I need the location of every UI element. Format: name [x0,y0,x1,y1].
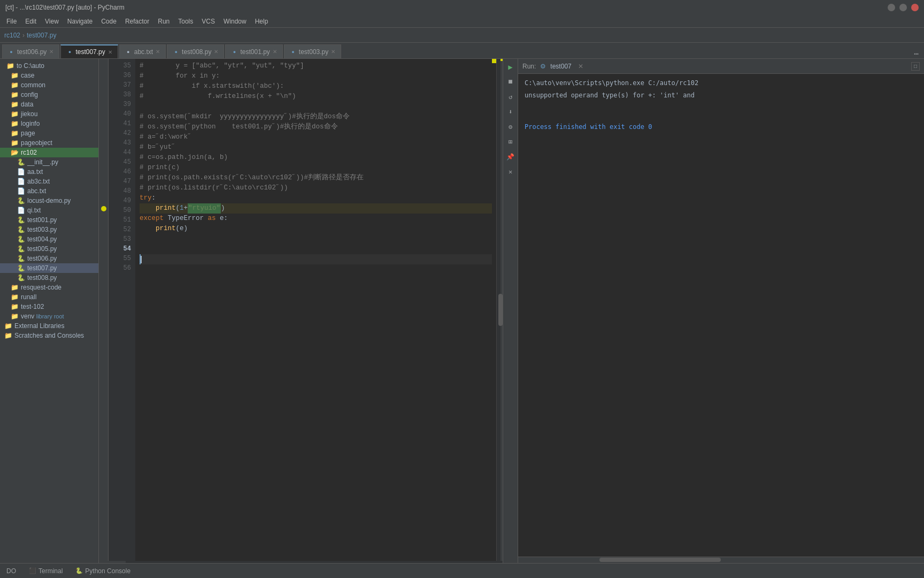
code-line-44: # c=os.path.join(a, b) [140,153,492,163]
tab-close[interactable]: ✕ [156,49,160,55]
tab-label: DO [6,567,16,575]
txt-icon: ● [125,49,132,55]
sidebar-item-test006[interactable]: 🐍 test006.py [0,254,98,263]
folder-icon: 📁 [11,139,19,147]
tab-close[interactable]: ✕ [331,49,335,55]
sidebar-item-pageobject[interactable]: 📁 pageobject [0,138,98,148]
sidebar-item-test102[interactable]: 📁 test-102 [0,302,98,311]
menu-refactor[interactable]: Refactor [121,17,153,26]
tab-overflow-icon[interactable]: ⋯ [914,49,919,58]
sidebar-item-test003[interactable]: 🐍 test003.py [0,225,98,234]
folder-icon: 📁 [11,72,19,79]
menu-edit[interactable]: Edit [21,17,41,26]
sidebar-label: common [21,81,45,89]
menu-help[interactable]: Help [251,17,273,26]
sidebar-item-case[interactable]: 📁 case [0,71,98,80]
tab-test008[interactable]: ● test008.py ✕ [167,44,224,58]
sidebar-item-ab3ctxt[interactable]: 📄 ab3c.txt [0,177,98,186]
sidebar-item-locustdemo[interactable]: 🐍 locust-demo.py [0,196,98,206]
code-line-35: # y = ["abc", "ytr", "yut", "tyy"] [140,61,492,71]
menu-window[interactable]: Window [219,17,251,26]
breadcrumb-rc102[interactable]: rc102 [4,32,20,39]
sidebar-item-resquest[interactable]: 📁 resquest-code [0,283,98,292]
tab-test006[interactable]: ● test006.py ✕ [2,44,59,58]
code-line-43: # b=˝yut˝ [140,142,492,153]
run-output: C:\auto\venv\Scripts\python.exe C:/auto/… [518,74,924,557]
menu-navigate[interactable]: Navigate [63,17,97,26]
sidebar-item-config[interactable]: 📁 config [0,90,98,100]
py-file-icon: 🐍 [17,255,25,262]
close-button[interactable] [911,4,919,11]
menu-code[interactable]: Code [97,17,121,26]
sidebar-item-to[interactable]: 📁 to C:\auto [0,61,98,71]
sidebar-item-jiekou[interactable]: 📁 jiekou [0,109,98,119]
layout-icon[interactable]: ⊞ [505,136,517,148]
scroll-to-end-icon[interactable]: ⬇ [505,106,517,118]
sidebar-item-test008[interactable]: 🐍 test008.py [0,273,98,283]
code-line-38: # f.writelines(x + "\n") [140,92,492,102]
folder-icon: 📁 [11,110,19,118]
panel-expand-btn[interactable]: □ [911,62,920,71]
txt-file-icon: 📄 [17,178,25,185]
close-panel-icon[interactable]: ✕ [505,166,517,178]
code-line-56 [140,275,492,285]
py-file-icon: 🐍 [17,245,25,253]
sidebar-item-test007[interactable]: 🐍 test007.py [0,263,98,273]
sidebar-label: test008.py [27,274,57,282]
minimize-button[interactable] [888,4,895,11]
bottom-tab-python-console[interactable]: 🐍 Python Console [73,566,133,576]
sidebar-label: test001.py [27,216,57,224]
sidebar-item-common[interactable]: 📁 common [0,80,98,90]
folder-icon: 📁 [11,313,19,320]
tab-test003[interactable]: ● test003.py ✕ [284,44,341,58]
bottom-tab-do[interactable]: DO [4,566,18,576]
stop-icon[interactable]: ■ [505,76,517,88]
tab-close[interactable]: ✕ [273,49,277,55]
menu-file[interactable]: File [2,17,21,26]
sidebar-item-page[interactable]: 📁 page [0,128,98,138]
rerun-icon[interactable]: ↺ [505,91,517,103]
tab-abctxt[interactable]: ● abc.txt ✕ [119,44,166,58]
run-close-icon[interactable]: ✕ [578,63,583,70]
menu-tools[interactable]: Tools [174,17,197,26]
sidebar-item-test005[interactable]: 🐍 test005.py [0,244,98,254]
menu-vcs[interactable]: VCS [197,17,219,26]
run-icon[interactable]: ▶ [505,61,517,73]
output-error-line: unsupported operand type(s) for +: 'int'… [525,90,918,101]
code-editor[interactable]: # y = ["abc", "ytr", "yut", "tyy"] # for… [135,59,496,561]
code-line-53 [140,244,492,254]
py-file-icon: 🐍 [17,216,25,224]
bottom-tab-terminal[interactable]: ⬛ Terminal [27,566,65,576]
run-scrollbar-thumb[interactable] [599,558,721,562]
tab-test001[interactable]: ● test001.py ✕ [225,44,282,58]
sidebar-item-init[interactable]: 🐍 __init__.py [0,157,98,167]
code-line-36: # for x in y: [140,71,492,81]
scroll-thumb[interactable] [498,294,503,326]
sidebar-item-data[interactable]: 📁 data [0,100,98,109]
settings-icon[interactable]: ⚙ [505,121,517,133]
tab-close[interactable]: ✕ [49,49,53,55]
tab-close[interactable]: ✕ [108,49,112,55]
folder-icon: 📁 [11,130,19,137]
menu-run[interactable]: Run [153,17,174,26]
sidebar-label: test007.py [27,264,57,272]
menu-view[interactable]: View [41,17,63,26]
sidebar-item-external-libs[interactable]: 📁 External Libraries [0,321,98,331]
sidebar: 📁 to C:\auto 📁 case 📁 common 📁 config 📁 … [0,59,99,563]
pin-icon[interactable]: 📌 [505,151,517,163]
maximize-button[interactable] [899,4,907,11]
sidebar-item-test001[interactable]: 🐍 test001.py [0,215,98,225]
tab-close[interactable]: ✕ [214,49,218,55]
sidebar-item-abctxt[interactable]: 📄 abc.txt [0,186,98,196]
sidebar-item-rc102[interactable]: 📂 rc102 [0,148,98,157]
sidebar-item-runall[interactable]: 📁 runall [0,292,98,302]
sidebar-item-test004[interactable]: 🐍 test004.py [0,234,98,244]
sidebar-item-venv[interactable]: 📁 venv library root [0,311,98,321]
tab-test007[interactable]: ● test007.py ✕ [60,44,118,58]
sidebar-item-loginfo[interactable]: 📁 loginfo [0,119,98,128]
breadcrumb-file[interactable]: test007.py [27,32,56,39]
sidebar-item-qitxt[interactable]: 📄 qi.txt [0,206,98,215]
py-file-icon: 🐍 [17,235,25,243]
sidebar-item-scratches[interactable]: 📁 Scratches and Consoles [0,331,98,340]
sidebar-item-aatxt[interactable]: 📄 aa.txt [0,167,98,177]
